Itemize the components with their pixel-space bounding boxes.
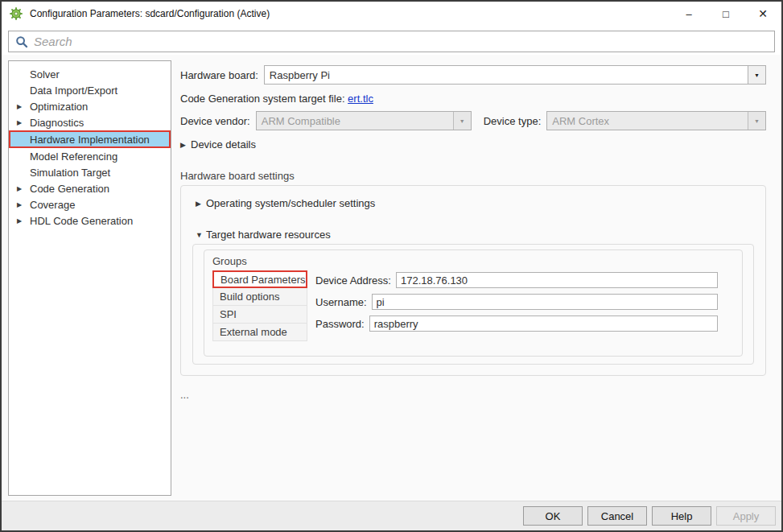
groups-title: Groups xyxy=(212,255,742,267)
device-vendor-label: Device vendor: xyxy=(180,115,250,127)
sidebar-item-coverage[interactable]: ▶ Coverage xyxy=(9,196,171,212)
ok-button[interactable]: OK xyxy=(523,506,583,526)
device-type-select: ARM Cortex ▼ xyxy=(546,111,766,130)
hardware-board-label: Hardware board: xyxy=(180,69,258,81)
window-controls: – □ ✕ xyxy=(670,2,781,26)
dropdown-arrow-icon[interactable]: ▼ xyxy=(748,66,765,84)
expand-arrow-icon[interactable]: ▶ xyxy=(17,119,22,126)
dropdown-arrow-icon: ▼ xyxy=(748,112,765,130)
search-input[interactable] xyxy=(34,35,768,48)
dropdown-arrow-icon: ▼ xyxy=(453,112,471,130)
hardware-board-select[interactable]: Raspberry Pi ▼ xyxy=(264,65,766,85)
sidebar-item-data-import-export[interactable]: Data Import/Export xyxy=(9,82,171,98)
minimize-button[interactable]: – xyxy=(670,2,707,26)
board-parameters-fields: Device Address: Username: Password: xyxy=(315,272,718,341)
sidebar-item-simulation-target[interactable]: Simulation Target xyxy=(9,164,171,180)
device-type-label: Device type: xyxy=(484,115,542,127)
help-button[interactable]: Help xyxy=(652,506,711,526)
title-bar: Configuration Parameters: sdcard/Configu… xyxy=(2,2,781,26)
expand-arrow-icon[interactable]: ▶ xyxy=(17,217,22,225)
sidebar-item-diagnostics[interactable]: ▶ Diagnostics xyxy=(9,114,171,130)
target-hardware-resources-panel: Groups Board Parameters Build options SP… xyxy=(192,244,754,365)
collapsed-arrow-icon: ▶ xyxy=(180,141,191,149)
device-address-label: Device Address: xyxy=(315,274,391,287)
ert-tlc-link[interactable]: ert.tlc xyxy=(348,93,373,105)
expand-arrow-icon[interactable]: ▶ xyxy=(17,185,22,192)
expand-arrow-icon[interactable]: ▶ xyxy=(17,103,22,110)
device-details-expander[interactable]: ▶ Device details xyxy=(180,138,766,151)
simulink-settings-gear-icon xyxy=(10,7,23,20)
window-title: Configuration Parameters: sdcard/Configu… xyxy=(30,8,270,19)
search-bar[interactable] xyxy=(8,31,775,52)
device-address-input[interactable] xyxy=(396,272,718,288)
close-button[interactable]: ✕ xyxy=(744,2,781,26)
device-type-value: ARM Cortex xyxy=(547,112,748,130)
tab-board-parameters[interactable]: Board Parameters xyxy=(212,270,307,288)
truncation-ellipsis: ... xyxy=(180,389,766,401)
category-tree: Solver Data Import/Export ▶ Optimization… xyxy=(8,60,171,496)
password-input[interactable] xyxy=(369,315,718,332)
dialog-footer: OK Cancel Help Apply xyxy=(2,501,781,530)
sidebar-item-hardware-implementation[interactable]: Hardware Implementation xyxy=(9,130,171,148)
sidebar-item-solver[interactable]: Solver xyxy=(9,66,171,82)
sidebar-item-model-referencing[interactable]: Model Referencing xyxy=(9,148,171,164)
username-input[interactable] xyxy=(372,294,718,310)
hardware-board-settings-panel: ▶ Operating system/scheduler settings ▼ … xyxy=(180,185,766,376)
device-details-label: Device details xyxy=(191,138,256,151)
tab-spi[interactable]: SPI xyxy=(212,306,307,324)
target-file-row: Code Generation system target file: ert.… xyxy=(180,93,766,105)
sidebar-item-code-generation[interactable]: ▶ Code Generation xyxy=(9,180,171,196)
hardware-board-settings-title: Hardware board settings xyxy=(180,170,766,182)
configuration-parameters-dialog: Configuration Parameters: sdcard/Configu… xyxy=(0,0,783,532)
collapsed-arrow-icon: ▶ xyxy=(196,200,206,208)
expanded-arrow-icon: ▼ xyxy=(196,231,206,239)
target-file-label: Code Generation system target file: xyxy=(180,93,348,105)
os-scheduler-label: Operating system/scheduler settings xyxy=(206,197,375,209)
target-hardware-resources-label: Target hardware resources xyxy=(206,229,331,241)
os-scheduler-expander[interactable]: ▶ Operating system/scheduler settings xyxy=(196,197,765,209)
sidebar-item-hdl-code-generation[interactable]: ▶ HDL Code Generation xyxy=(9,212,171,229)
search-icon xyxy=(15,35,28,48)
apply-button: Apply xyxy=(716,506,776,526)
cancel-button[interactable]: Cancel xyxy=(587,506,647,526)
hardware-implementation-pane: Hardware board: Raspberry Pi ▼ Code Gene… xyxy=(180,60,773,401)
tab-build-options[interactable]: Build options xyxy=(212,288,307,306)
groups-panel: Groups Board Parameters Build options SP… xyxy=(204,250,743,357)
groups-tab-list: Board Parameters Build options SPI Exter… xyxy=(212,270,307,341)
device-vendor-select: ARM Compatible ▼ xyxy=(256,111,472,130)
username-label: Username: xyxy=(315,296,367,308)
sidebar-item-optimization[interactable]: ▶ Optimization xyxy=(9,98,171,114)
expand-arrow-icon[interactable]: ▶ xyxy=(17,201,22,208)
hardware-board-value: Raspberry Pi xyxy=(265,66,748,84)
device-vendor-value: ARM Compatible xyxy=(257,112,453,130)
password-label: Password: xyxy=(315,318,365,330)
target-hardware-resources-expander[interactable]: ▼ Target hardware resources xyxy=(196,229,765,241)
maximize-button[interactable]: □ xyxy=(707,2,744,26)
tab-external-mode[interactable]: External mode xyxy=(212,324,307,341)
